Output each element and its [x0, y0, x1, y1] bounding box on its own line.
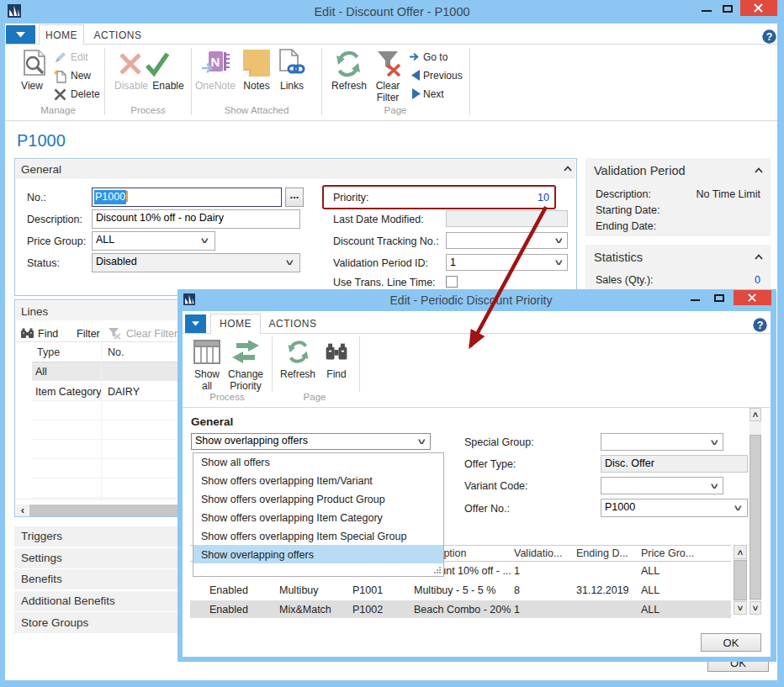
svg-text:?: ?	[757, 320, 764, 331]
svg-text:?: ?	[766, 31, 773, 43]
svg-text:N: N	[211, 55, 220, 69]
